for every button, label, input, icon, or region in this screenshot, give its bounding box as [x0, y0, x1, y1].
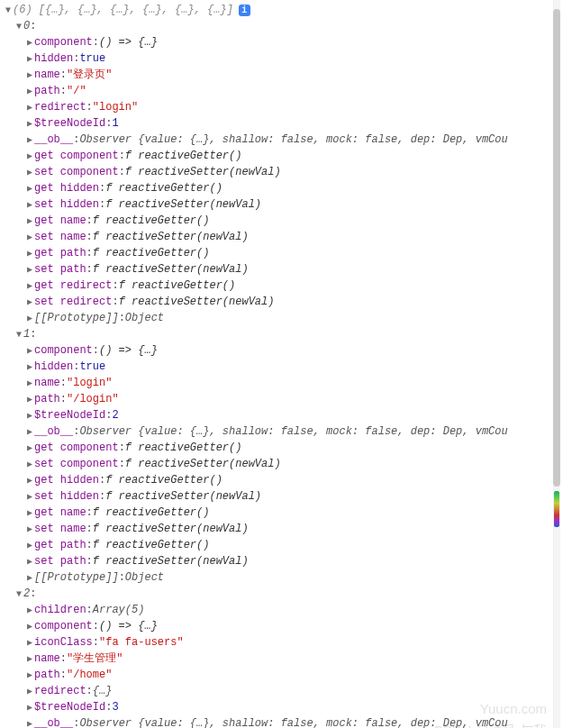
expand-icon[interactable] — [25, 133, 34, 147]
expand-icon[interactable] — [25, 101, 34, 114]
expand-icon[interactable] — [25, 279, 34, 293]
accessor-row[interactable]: get name: f reactiveGetter() — [2, 213, 561, 229]
expand-icon[interactable] — [25, 669, 34, 682]
expand-icon[interactable] — [25, 685, 34, 698]
property-row[interactable]: $treeNodeId: 3 — [2, 699, 561, 715]
expand-icon[interactable] — [25, 604, 34, 617]
expand-icon[interactable] — [25, 409, 34, 423]
accessor-row[interactable]: set component: f reactiveSetter(newVal) — [2, 164, 561, 180]
accessor-row[interactable]: get name: f reactiveGetter() — [2, 505, 561, 521]
accessor-row[interactable]: set name: f reactiveSetter(newVal) — [2, 521, 561, 537]
accessor-row[interactable]: get path: f reactiveGetter() — [2, 537, 561, 553]
property-row[interactable]: name: "登录页" — [2, 67, 561, 83]
accessor-value: f reactiveSetter(newVal) — [105, 196, 261, 213]
accessor-value: f reactiveSetter(newVal) — [125, 456, 281, 472]
expand-icon[interactable] — [25, 117, 34, 131]
array-root-row[interactable]: (6) [{…}, {…}, {…}, {…}, {…}, {…}] i — [2, 2, 561, 18]
property-row[interactable]: path: "/login" — [2, 391, 561, 407]
property-row[interactable]: hidden: true — [2, 359, 561, 375]
property-row[interactable]: redirect: {…} — [2, 683, 561, 699]
expand-icon[interactable] — [25, 571, 34, 585]
expand-icon[interactable] — [4, 4, 13, 17]
expand-icon[interactable] — [25, 214, 34, 228]
expand-icon[interactable] — [25, 458, 34, 471]
expand-icon[interactable] — [25, 490, 34, 504]
expand-icon[interactable] — [25, 296, 34, 309]
expand-icon[interactable] — [25, 636, 34, 650]
array-preview: [{…}, {…}, {…}, {…}, {…}, {…}] — [39, 2, 233, 18]
property-row[interactable]: __ob__: Observer {value: {…}, shallow: f… — [2, 132, 561, 148]
expand-icon[interactable] — [25, 36, 34, 50]
expand-icon[interactable] — [25, 555, 34, 569]
accessor-row[interactable]: set name: f reactiveSetter(newVal) — [2, 229, 561, 245]
accessor-row[interactable]: get component: f reactiveGetter() — [2, 148, 561, 164]
expand-icon[interactable] — [25, 85, 34, 98]
collapse-icon[interactable] — [14, 587, 23, 601]
expand-icon[interactable] — [25, 441, 34, 455]
accessor-row[interactable]: get hidden: f reactiveGetter() — [2, 472, 561, 488]
expand-icon[interactable] — [25, 68, 34, 82]
property-row[interactable]: iconClass: "fa fa-users" — [2, 634, 561, 651]
collapse-icon[interactable] — [14, 20, 23, 33]
accessor-key: get hidden — [34, 180, 99, 196]
expand-icon[interactable] — [25, 150, 34, 163]
collapse-icon[interactable] — [14, 328, 23, 341]
array-index-row[interactable]: 0: — [2, 18, 561, 34]
expand-icon[interactable] — [25, 701, 34, 714]
array-index-row[interactable]: 1: — [2, 326, 561, 342]
accessor-key: set hidden — [34, 488, 99, 505]
property-row[interactable]: __ob__: Observer {value: {…}, shallow: f… — [2, 715, 561, 728]
expand-icon[interactable] — [25, 360, 34, 374]
property-row[interactable]: hidden: true — [2, 50, 561, 67]
accessor-row[interactable]: set component: f reactiveSetter(newVal) — [2, 456, 561, 472]
accessor-key: get path — [34, 537, 86, 553]
accessor-row[interactable]: set hidden: f reactiveSetter(newVal) — [2, 488, 561, 505]
expand-icon[interactable] — [25, 425, 34, 439]
accessor-row[interactable]: set path: f reactiveSetter(newVal) — [2, 261, 561, 278]
expand-icon[interactable] — [25, 231, 34, 244]
accessor-row[interactable]: get path: f reactiveGetter() — [2, 245, 561, 261]
array-index-row[interactable]: 2: — [2, 586, 561, 602]
scrollbar-thumb[interactable] — [553, 9, 560, 487]
property-row[interactable]: children: Array(5) — [2, 602, 561, 618]
accessor-row[interactable]: get component: f reactiveGetter() — [2, 440, 561, 456]
expand-icon[interactable] — [25, 344, 34, 358]
expand-icon[interactable] — [25, 717, 34, 729]
expand-icon[interactable] — [25, 474, 34, 487]
accessor-row[interactable]: set redirect: f reactiveSetter(newVal) — [2, 294, 561, 310]
property-row[interactable]: __ob__: Observer {value: {…}, shallow: f… — [2, 423, 561, 440]
property-row[interactable]: [[Prototype]]: Object — [2, 569, 561, 586]
property-row[interactable]: path: "/" — [2, 83, 561, 99]
expand-icon[interactable] — [25, 263, 34, 277]
property-row[interactable]: redirect: "login" — [2, 99, 561, 115]
property-row[interactable]: component: () => {…} — [2, 342, 561, 359]
property-row[interactable]: $treeNodeId: 1 — [2, 115, 561, 132]
property-row[interactable]: $treeNodeId: 2 — [2, 407, 561, 423]
info-icon[interactable]: i — [239, 5, 250, 16]
property-row[interactable]: [[Prototype]]: Object — [2, 310, 561, 326]
expand-icon[interactable] — [25, 620, 34, 633]
property-row[interactable]: path: "/home" — [2, 667, 561, 683]
expand-icon[interactable] — [25, 52, 34, 66]
expand-icon[interactable] — [25, 539, 34, 552]
expand-icon[interactable] — [25, 377, 34, 390]
accessor-row[interactable]: get hidden: f reactiveGetter() — [2, 180, 561, 196]
expand-icon[interactable] — [25, 312, 34, 325]
property-row[interactable]: component: () => {…} — [2, 618, 561, 634]
expand-icon[interactable] — [25, 182, 34, 196]
property-row[interactable]: name: "login" — [2, 375, 561, 391]
prop-value: Observer {value: {…}, shallow: false, mo… — [79, 423, 507, 440]
expand-icon[interactable] — [25, 506, 34, 520]
prop-key: $treeNodeId — [34, 115, 105, 132]
accessor-row[interactable]: set hidden: f reactiveSetter(newVal) — [2, 196, 561, 213]
expand-icon[interactable] — [25, 393, 34, 406]
expand-icon[interactable] — [25, 523, 34, 536]
expand-icon[interactable] — [25, 198, 34, 212]
expand-icon[interactable] — [25, 166, 34, 179]
expand-icon[interactable] — [25, 247, 34, 260]
property-row[interactable]: component: () => {…} — [2, 34, 561, 50]
expand-icon[interactable] — [25, 652, 34, 666]
accessor-row[interactable]: set path: f reactiveSetter(newVal) — [2, 553, 561, 569]
accessor-row[interactable]: get redirect: f reactiveGetter() — [2, 278, 561, 294]
property-row[interactable]: name: "学生管理" — [2, 651, 561, 667]
